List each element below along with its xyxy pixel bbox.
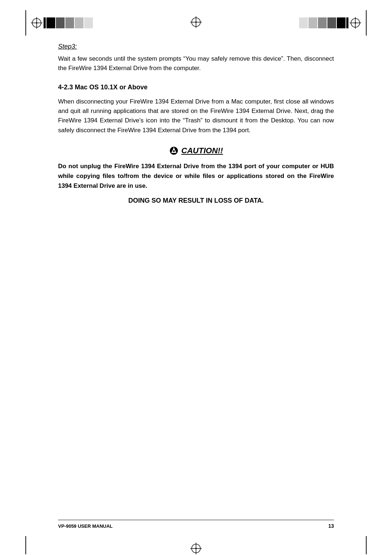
section-423-text: When disconnecting your FireWire 1394 Ex…: [58, 97, 334, 135]
main-content: Step3: Wait a few seconds until the syst…: [58, 36, 334, 242]
page: Step3: Wait a few seconds until the syst…: [0, 10, 392, 555]
cal-block: [337, 17, 346, 28]
section-423-heading: 4-2.3 Mac OS 10.1X or Above: [58, 84, 334, 91]
right-border-line: [366, 10, 367, 36]
cal-block: [56, 17, 65, 28]
bottom-center-registration-mark: [190, 543, 202, 554]
left-border-line: [25, 10, 26, 36]
cal-block: [84, 17, 93, 28]
svg-point-13: [173, 150, 175, 152]
bottom-right-border: [366, 536, 367, 554]
cal-block: [44, 17, 46, 28]
caution-body: Do not unplug the FireWire 1394 External…: [58, 161, 334, 191]
svg-point-3: [36, 22, 37, 24]
cal-block: [46, 17, 55, 28]
caution-label: CAUTION!!: [181, 146, 223, 155]
center-registration-mark: [190, 16, 202, 29]
right-registration-mark: [350, 17, 361, 29]
cal-block: [309, 17, 317, 28]
step3-text: Wait a few seconds until the system prom…: [58, 54, 334, 73]
step3-heading: Step3:: [58, 43, 334, 50]
left-registration-mark: [31, 17, 42, 29]
footer: VP-9059 USER MANUAL 13: [58, 520, 334, 529]
svg-point-11: [355, 22, 356, 24]
caution-warning: DOING SO MAY RESULT IN LOSS OF DATA.: [58, 197, 334, 204]
caution-section: CAUTION!! Do not unplug the FireWire 139…: [58, 146, 334, 204]
firewire-icon: [169, 146, 179, 155]
svg-point-18: [195, 548, 197, 549]
bottom-registration-area: [0, 543, 392, 554]
footer-page-number: 13: [328, 523, 334, 529]
cal-block: [327, 17, 336, 28]
footer-product: VP-9059 USER MANUAL: [58, 523, 113, 529]
cal-block: [65, 17, 74, 28]
bottom-left-border: [25, 536, 26, 554]
svg-point-7: [195, 21, 197, 23]
cal-block: [318, 17, 327, 28]
calibration-bar-top: [0, 10, 392, 36]
cal-block: [346, 17, 348, 28]
cal-block: [299, 17, 308, 28]
caution-header: CAUTION!!: [58, 146, 334, 155]
cal-block: [75, 17, 83, 28]
